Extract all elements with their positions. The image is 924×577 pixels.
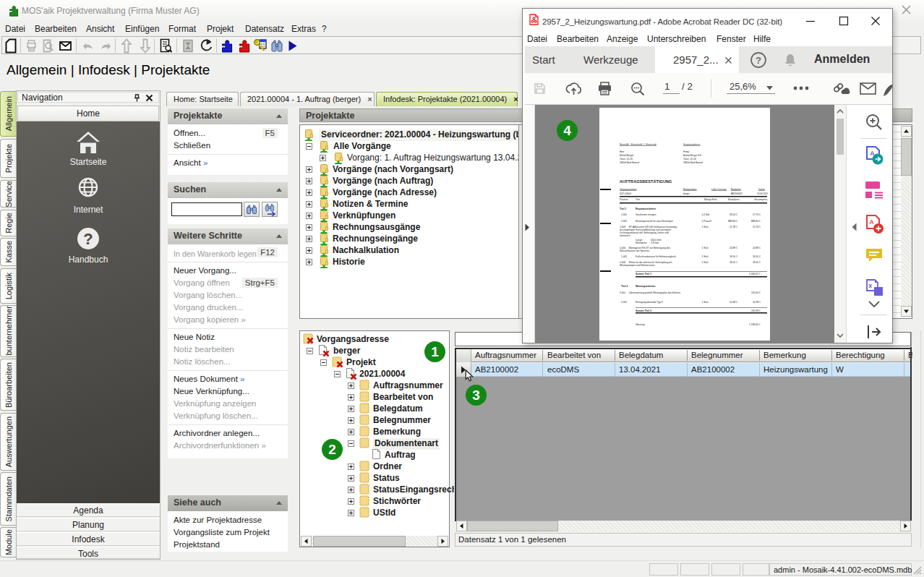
- svg-text:?: ?: [756, 55, 761, 66]
- svg-text:?: ?: [83, 230, 93, 248]
